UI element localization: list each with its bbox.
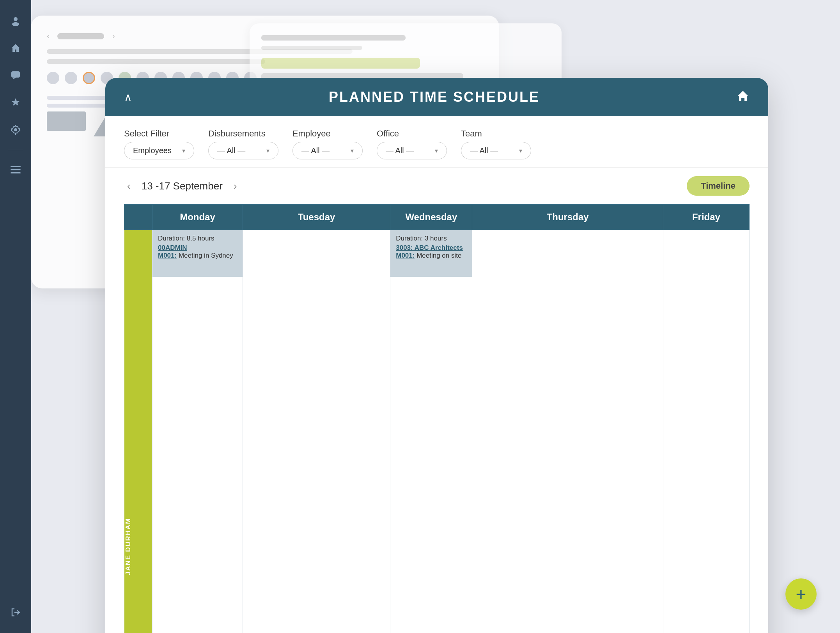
employee-filter-group: Employee — All — ▾ — [292, 129, 363, 159]
cell-link2: M001: — [396, 252, 415, 259]
date-prev-button[interactable]: ‹ — [124, 179, 134, 194]
jane-tuesday-cell[interactable] — [243, 230, 390, 633]
table-header-empty — [124, 205, 152, 230]
jane-thursday-cell[interactable] — [472, 230, 663, 633]
employee-cell-jane: JANE DURHAM — [124, 230, 152, 633]
date-range: 13 -17 September — [142, 180, 223, 192]
cell-link: 3003: ABC Architects — [396, 244, 463, 251]
disbursements-chevron: ▾ — [266, 147, 269, 154]
table-header-monday: Monday — [152, 205, 243, 230]
modal-title: PLANNED TIME SCHEDULE — [132, 89, 736, 105]
schedule-table: Monday Tuesday Wednesday Thursday Friday… — [124, 204, 750, 633]
select-filter-value: Employees — [133, 146, 172, 155]
cell-text: Meeting on site — [415, 252, 461, 259]
employee-dropdown[interactable]: — All — ▾ — [292, 142, 363, 159]
office-value: — All — — [386, 146, 414, 155]
cell-text: Meeting in Sydney — [177, 252, 233, 259]
svg-point-0 — [14, 17, 18, 21]
jane-monday-content: Duration: 8.5 hours 00ADMIN M001: Meetin… — [152, 230, 243, 277]
date-nav-row: ‹ 13 -17 September › Timeline — [105, 168, 768, 204]
modal-collapse-button[interactable]: ∧ — [124, 91, 132, 104]
sidebar-item-logout[interactable] — [7, 603, 25, 621]
svg-rect-7 — [11, 172, 21, 173]
modal-header: ∧ PLANNED TIME SCHEDULE — [105, 78, 768, 116]
team-chevron: ▾ — [519, 147, 522, 154]
office-chevron: ▾ — [435, 147, 438, 154]
employee-label: Employee — [292, 129, 363, 139]
jane-friday-cell[interactable] — [663, 230, 749, 633]
table-header-wednesday: Wednesday — [390, 205, 472, 230]
office-label: Office — [377, 129, 447, 139]
date-next-button[interactable]: › — [230, 179, 240, 194]
select-filter-dropdown[interactable]: Employees ▾ — [124, 142, 194, 159]
employee-chevron: ▾ — [351, 147, 354, 154]
team-label: Team — [461, 129, 531, 139]
sidebar — [0, 0, 31, 633]
schedule-table-wrapper: Monday Tuesday Wednesday Thursday Friday… — [105, 204, 768, 633]
svg-rect-6 — [11, 169, 21, 170]
svg-marker-3 — [11, 98, 20, 106]
fab-add-button[interactable]: + — [785, 578, 817, 610]
select-filter-chevron: ▾ — [182, 147, 185, 154]
sidebar-item-menu[interactable] — [7, 161, 25, 179]
sidebar-item-star[interactable] — [7, 94, 25, 111]
team-value: — All — — [470, 146, 498, 155]
employee-value: — All — — [301, 146, 330, 155]
jane-wednesday-content: Duration: 3 hours 3003: ABC Architects M… — [390, 230, 472, 277]
table-header-tuesday: Tuesday — [243, 205, 390, 230]
svg-rect-5 — [11, 166, 21, 167]
disbursements-value: — All — — [217, 146, 245, 155]
jane-monday-cell[interactable]: Duration: 8.5 hours 00ADMIN M001: Meetin… — [152, 230, 243, 633]
sidebar-item-chat[interactable] — [7, 66, 25, 84]
jane-wednesday-cell[interactable]: Duration: 3 hours 3003: ABC Architects M… — [390, 230, 472, 633]
disbursements-label: Disbursements — [208, 129, 278, 139]
filters-row: Select Filter Employees ▾ Disbursements … — [105, 116, 768, 168]
office-dropdown[interactable]: — All — ▾ — [377, 142, 447, 159]
disbursements-dropdown[interactable]: — All — ▾ — [208, 142, 278, 159]
sidebar-item-home[interactable] — [7, 39, 25, 57]
main-card: ∧ PLANNED TIME SCHEDULE Select Filter Em… — [105, 78, 768, 633]
svg-rect-2 — [11, 71, 20, 78]
cell-link: 00ADMIN — [158, 244, 187, 251]
timeline-button[interactable]: Timeline — [687, 176, 750, 196]
table-header-thursday: Thursday — [472, 205, 663, 230]
cell-duration: Duration: 8.5 hours — [158, 235, 237, 242]
cell-link2: M001: — [158, 252, 177, 259]
select-filter-label: Select Filter — [124, 129, 194, 139]
sidebar-item-avatar[interactable] — [7, 12, 25, 30]
modal-home-button[interactable] — [736, 90, 750, 105]
svg-point-1 — [12, 22, 19, 26]
disbursements-filter-group: Disbursements — All — ▾ — [208, 129, 278, 159]
table-header-friday: Friday — [663, 205, 749, 230]
office-filter-group: Office — All — ▾ — [377, 129, 447, 159]
select-filter-group: Select Filter Employees ▾ — [124, 129, 194, 159]
team-dropdown[interactable]: — All — ▾ — [461, 142, 531, 159]
team-filter-group: Team — All — ▾ — [461, 129, 531, 159]
employee-name-jane: JANE DURHAM — [124, 230, 132, 633]
sidebar-item-settings[interactable] — [7, 121, 25, 139]
svg-point-4 — [14, 128, 17, 131]
table-row: JANE DURHAM Duration: 8.5 hours 00ADMIN … — [124, 230, 750, 633]
cell-duration: Duration: 3 hours — [396, 235, 466, 242]
